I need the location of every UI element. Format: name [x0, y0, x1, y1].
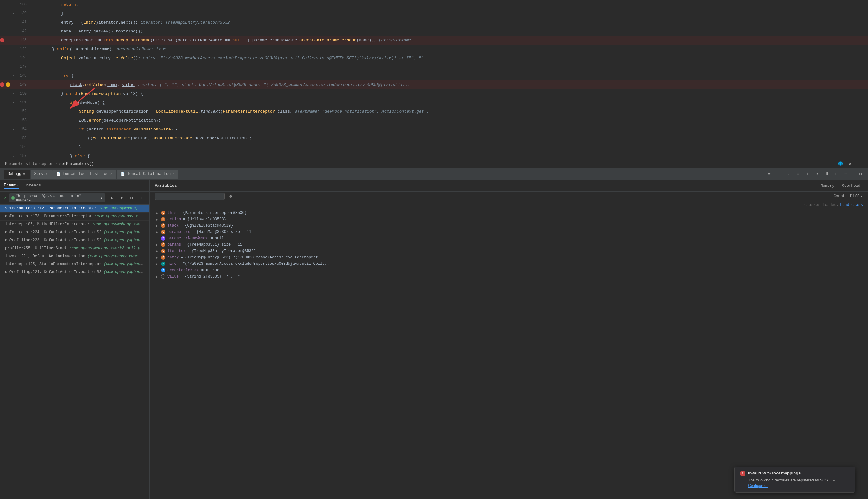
tab-server[interactable]: Server: [30, 170, 52, 179]
frame-item[interactable]: doProfiling:223, DefaultActionInvocation…: [0, 236, 149, 244]
search-input[interactable]: [154, 193, 225, 200]
frame-item[interactable]: doIntercept:224, DefaultActionInvocation…: [0, 229, 149, 236]
globe-icon[interactable]: 🌐: [837, 160, 844, 167]
more-icon[interactable]: ⋯: [842, 171, 849, 178]
thread-status-dot: [11, 196, 15, 199]
line-number: 138: [17, 2, 27, 7]
var-value: {OgnlValueStack@3529}: [185, 223, 233, 228]
frame-item[interactable]: intercept:105, StaticParametersIntercept…: [0, 260, 149, 268]
thread-select[interactable]: "http-8080-1"@2,68...oup "main": RUNNING…: [9, 194, 105, 203]
var-item[interactable]: ▶Citerator = {TreeMap$EntryIterator@3532…: [150, 248, 868, 254]
tab-frames[interactable]: Frames: [4, 183, 19, 189]
var-item[interactable]: ▶Cparams = {TreeMap@3531} size = 11: [150, 242, 868, 248]
resume-icon[interactable]: ↑: [804, 171, 811, 178]
code-content: stack.setValue(name, value); value: {"",…: [29, 82, 868, 87]
list-view-icon[interactable]: ≡: [766, 171, 773, 178]
breakpoint-dot[interactable]: [0, 38, 4, 42]
frame-package: (com.opensymphon...: [104, 230, 147, 234]
code-content: if (action instanceof ValidationAware) {: [29, 127, 868, 132]
var-item[interactable]: ▶Centry = {TreeMap$Entry@3533} "('/u0023…: [150, 254, 868, 260]
tab-close-btn[interactable]: ×: [110, 172, 113, 176]
table-icon[interactable]: ⊞: [833, 171, 840, 178]
var-expand-arrow[interactable]: ▶: [154, 256, 159, 260]
code-content: acceptableName = this.acceptableName(nam…: [29, 38, 868, 42]
tab-debugger[interactable]: Debugger: [4, 170, 30, 179]
add-btn[interactable]: +: [138, 194, 146, 202]
step-down-btn[interactable]: ▼: [118, 194, 125, 202]
var-expand-arrow[interactable]: ▶: [154, 243, 159, 247]
frame-item[interactable]: setParameters:212, ParametersInterceptor…: [0, 205, 149, 212]
code-content: String developerNotification = Localized…: [29, 109, 868, 114]
var-expand-arrow[interactable]: ▶: [154, 217, 159, 221]
frame-package: (com.opensymphon...: [104, 262, 147, 266]
frame-label: intercept:86, MethodFilterInterceptor: [5, 222, 92, 227]
frame-item[interactable]: profile:455, UtilTimerStack (com.opensym…: [0, 244, 149, 252]
code-line-150: ▸150} catch(RuntimeException var13) {: [0, 89, 868, 98]
fold-icon[interactable]: ▸: [11, 154, 16, 158]
var-item[interactable]: ▶Sname = "('/u0023_memberAccess.excludeP…: [150, 260, 868, 267]
var-item[interactable]: ▶Cstack = {OgnlValueStack@3529}: [150, 222, 868, 229]
var-expand-arrow[interactable]: ▶: [154, 262, 159, 266]
pause-icon[interactable]: ⏸: [823, 171, 830, 178]
code-content: } while(!acceptableName); acceptableName…: [29, 47, 868, 51]
fold-icon[interactable]: ▸: [11, 91, 16, 96]
tab-tomcat-localhost[interactable]: 📄Tomcat Localhost Log×: [52, 170, 116, 179]
filter-btn[interactable]: ⊟: [128, 194, 135, 202]
frame-item[interactable]: doIntercept:178, ParametersInterceptor (…: [0, 212, 149, 221]
var-item[interactable]: fparameterNameAware = null: [150, 235, 868, 242]
var-type-icon: S: [161, 261, 165, 266]
tab-label: Server: [34, 172, 48, 176]
notif-body: The following directories are registered…: [748, 478, 850, 488]
memory-btn[interactable]: Memory: [818, 183, 837, 189]
var-item[interactable]: ▶Cparameters = {HashMap@3530} size = 11: [150, 229, 868, 235]
configure-link[interactable]: Configure...: [748, 483, 768, 488]
frames-list[interactable]: setParameters:212, ParametersInterceptor…: [0, 205, 149, 499]
step-up-btn[interactable]: ▲: [108, 194, 115, 202]
settings-icon[interactable]: ⚙: [846, 160, 853, 167]
frame-item[interactable]: invoke:221, DefaultActionInvocation (com…: [0, 252, 149, 260]
variables-list[interactable]: ▶Cthis = {ParametersInterceptor@3536}▶Ca…: [150, 208, 868, 499]
step-over-icon[interactable]: ↧: [794, 171, 802, 178]
var-item[interactable]: ▶Cthis = {ParametersInterceptor@3536}: [150, 210, 868, 216]
var-value: {TreeMap$Entry@3533} "('/u0023_memberAcc…: [185, 255, 324, 260]
tab-tomcat-catalina[interactable]: 📄Tomcat Catalina Log×: [117, 170, 178, 179]
code-line-153: 153LOG.error(developerNotification);: [0, 116, 868, 125]
step-into-icon[interactable]: ↓: [785, 171, 792, 178]
breakpoint-dot[interactable]: [0, 82, 4, 87]
minimize-icon[interactable]: –: [856, 160, 863, 167]
rerun-icon[interactable]: ↺: [814, 171, 821, 178]
frame-label: doIntercept:224, DefaultActionInvocation…: [5, 230, 104, 234]
var-expand-arrow[interactable]: ▶: [154, 275, 159, 279]
classes-loaded-text: classes loaded.: [804, 203, 839, 207]
fold-icon[interactable]: ▸: [11, 127, 16, 132]
load-class-link[interactable]: Load class: [840, 203, 863, 207]
var-expand-arrow[interactable]: ▶: [154, 224, 159, 228]
classes-loaded-row: classes loaded. Load class: [150, 202, 868, 208]
var-item[interactable]: bacceptableName = = true: [150, 267, 868, 273]
frame-package: (com.opensymphony.x...: [95, 214, 145, 219]
layout-icon[interactable]: ⊡: [857, 171, 864, 178]
tab-threads[interactable]: Threads: [24, 183, 41, 188]
search-settings-icon[interactable]: ⚙: [227, 193, 234, 200]
notif-error-icon: !: [740, 471, 745, 476]
var-value: {ParametersInterceptor@3536}: [183, 211, 247, 215]
fold-icon[interactable]: ▸: [11, 11, 16, 16]
overhead-btn[interactable]: Overhead: [839, 183, 863, 189]
var-expand-arrow[interactable]: ▶: [154, 230, 159, 234]
var-expand-arrow[interactable]: ▶: [154, 249, 159, 253]
var-name: action: [168, 217, 181, 221]
step-out-icon[interactable]: ↑: [776, 171, 782, 178]
var-item[interactable]: ▶Caction = {HelloWorld@3528}: [150, 216, 868, 222]
notif-title: Invalid VCS root mappings: [748, 471, 801, 475]
frame-item[interactable]: intercept:86, MethodFilterInterceptor (c…: [0, 221, 149, 229]
frame-item[interactable]: doProfiling:224, DefaultActionInvocation…: [0, 268, 149, 276]
var-expand-arrow[interactable]: ▶: [154, 211, 159, 215]
diff-select[interactable]: Diff ▾: [850, 194, 863, 199]
var-name: value: [168, 274, 179, 279]
fold-icon[interactable]: ▸: [11, 100, 16, 105]
fold-icon[interactable]: ▸: [11, 73, 16, 78]
var-equals: =: [181, 223, 183, 228]
tab-close-btn[interactable]: ×: [172, 172, 175, 176]
var-name: this: [168, 211, 177, 215]
var-item[interactable]: ▶≡value = {String[2]@3535} ["", ""]: [150, 273, 868, 280]
